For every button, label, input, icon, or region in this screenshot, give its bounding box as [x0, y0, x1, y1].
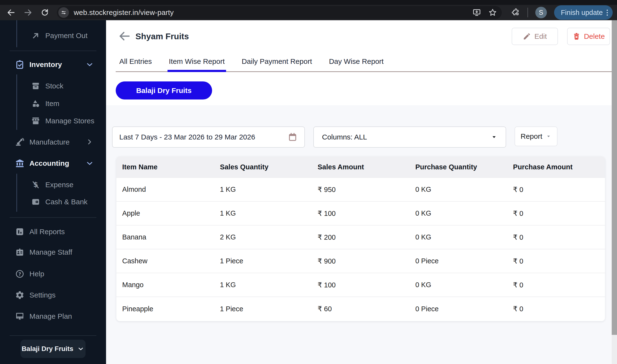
- id-badge-icon: [14, 247, 25, 258]
- storefront-icon: [30, 116, 41, 126]
- party-tag-label: Balaji Dry Fruits: [136, 87, 192, 95]
- report-tabs: All Entries Item Wise Report Daily Payme…: [116, 56, 612, 72]
- sidebar-divider: [10, 335, 96, 336]
- site-settings-button[interactable]: [58, 7, 69, 18]
- sidebar-item-cash-bank[interactable]: Cash & Bank: [0, 191, 106, 212]
- sidebar-item-label: Manage Plan: [29, 312, 72, 320]
- toolbar-right-group: S Finish update: [502, 5, 613, 20]
- toolbar-divider: [527, 8, 528, 17]
- sales-amount-cell: ₹ 950: [312, 178, 409, 201]
- report-export-button[interactable]: Report: [514, 127, 557, 146]
- sidebar-item-label: Manage Staff: [29, 248, 72, 256]
- tab-day-wise-report[interactable]: Day Wise Report: [328, 56, 384, 71]
- browser-tabstrip: [0, 0, 617, 5]
- sales-amount-cell: ₹ 900: [312, 249, 409, 273]
- purchase-amount-cell: ₹ 0: [507, 273, 605, 297]
- purchase-qty-cell: 0 KG: [409, 178, 507, 201]
- sidebar-item-payment-out[interactable]: Payment Out: [0, 25, 106, 46]
- date-range-picker[interactable]: Last 7 Days - 23 Mar 2026 to 29 Mar 2026: [112, 127, 305, 148]
- tab-item-wise-report[interactable]: Item Wise Report: [169, 56, 225, 71]
- forward-arrow-icon: [23, 8, 33, 17]
- browser-toolbar: web.stockregister.in/view-party: [0, 5, 617, 20]
- sales-qty-cell: 1 Piece: [214, 297, 312, 321]
- table-header-row: Item Name Sales Quantity Sales Amount Pu…: [117, 156, 605, 178]
- item-name-cell: Cashew: [117, 249, 214, 273]
- sidebar-divider: [10, 51, 96, 51]
- sidebar-item-label: Help: [29, 270, 44, 278]
- sidebar-item-manage-staff[interactable]: Manage Staff: [0, 242, 106, 263]
- sidebar-item-inventory[interactable]: Inventory: [0, 54, 106, 75]
- svg-text:?: ?: [18, 271, 21, 277]
- membership-card-icon: [14, 311, 25, 322]
- delete-button-label: Delete: [584, 32, 605, 40]
- browser-forward-button[interactable]: [23, 8, 33, 17]
- page-scrollbar: [612, 20, 617, 364]
- back-arrow-icon: [7, 8, 16, 17]
- column-header: Sales Quantity: [214, 156, 312, 178]
- address-bar[interactable]: web.stockregister.in/view-party: [57, 6, 502, 19]
- sidebar-item-accounting[interactable]: Accounting: [0, 153, 106, 174]
- star-icon: [488, 8, 497, 17]
- sidebar-item-settings[interactable]: Settings: [0, 285, 106, 306]
- tab-daily-payment-report[interactable]: Daily Payment Report: [241, 56, 313, 71]
- item-name-cell: Banana: [117, 225, 214, 249]
- browser-back-button[interactable]: [6, 8, 16, 17]
- dropdown-arrow-icon: [491, 134, 498, 141]
- browser-chrome: web.stockregister.in/view-party: [0, 0, 617, 20]
- sales-amount-cell: ₹ 60: [312, 297, 409, 321]
- browser-menu-icon[interactable]: [607, 10, 608, 16]
- sidebar-item-help[interactable]: ? Help: [0, 263, 106, 285]
- store-switcher-button[interactable]: Balaji Dry Fruits: [21, 340, 86, 358]
- chevron-down-icon: [85, 159, 94, 168]
- sidebar-item-all-reports[interactable]: All Reports: [0, 221, 106, 242]
- sidebar-item-label: Payment Out: [45, 32, 88, 40]
- purchase-amount-cell: ₹ 0: [507, 297, 605, 321]
- purchase-amount-cell: ₹ 0: [507, 249, 605, 273]
- finish-update-button[interactable]: Finish update: [554, 5, 613, 20]
- browser-window: web.stockregister.in/view-party: [0, 0, 617, 364]
- sidebar-item-manufacture[interactable]: Manufacture: [0, 131, 106, 153]
- calendar-icon: [288, 132, 298, 142]
- sidebar-item-label: Manage Stores: [45, 117, 94, 125]
- page-back-button[interactable]: [118, 30, 131, 42]
- extensions-button[interactable]: [511, 8, 520, 17]
- trash-icon: [572, 32, 581, 40]
- sidebar-item-manage-plan[interactable]: Manage Plan: [0, 306, 106, 327]
- sales-qty-cell: 1 KG: [214, 201, 312, 225]
- report-section: Last 7 Days - 23 Mar 2026 to 29 Mar 2026…: [106, 105, 617, 364]
- column-header: Item Name: [117, 156, 214, 178]
- purchase-amount-cell: ₹ 0: [507, 178, 605, 201]
- edit-button[interactable]: Edit: [512, 28, 558, 45]
- scrollbar-thumb[interactable]: [612, 20, 617, 335]
- tab-all-entries[interactable]: All Entries: [119, 56, 152, 71]
- columns-dropdown[interactable]: Columns: ALL: [313, 127, 506, 148]
- table-row: Banana 2 KG ₹ 200 0 KG ₹ 0: [117, 225, 605, 249]
- finish-update-label: Finish update: [561, 9, 603, 17]
- browser-reload-button[interactable]: [40, 8, 50, 17]
- sales-qty-cell: 1 KG: [214, 178, 312, 201]
- sidebar-item-manage-stores[interactable]: Manage Stores: [0, 110, 106, 131]
- sidebar: Payment Out Inventory: [0, 20, 106, 364]
- item-wise-report-table: Item Name Sales Quantity Sales Amount Pu…: [117, 156, 605, 321]
- shapes-icon: [30, 98, 41, 109]
- party-tag-button[interactable]: Balaji Dry Fruits: [116, 81, 212, 100]
- table-row: Cashew 1 Piece ₹ 900 0 Piece ₹ 0: [117, 249, 605, 273]
- stock-box-icon: [30, 81, 41, 91]
- delete-button[interactable]: Delete: [567, 28, 610, 45]
- app-body: Payment Out Inventory: [0, 20, 617, 364]
- wallet-icon: [30, 196, 41, 207]
- purchase-qty-cell: 0 KG: [409, 273, 507, 297]
- sales-qty-cell: 1 KG: [214, 273, 312, 297]
- sidebar-divider: [10, 217, 96, 218]
- sidebar-item-label: Item: [45, 100, 59, 108]
- sidebar-item-label: Expense: [45, 181, 74, 189]
- profile-avatar[interactable]: S: [535, 7, 547, 18]
- arrow-up-right-icon: [30, 30, 41, 41]
- sidebar-item-label: Settings: [29, 291, 55, 299]
- puzzle-icon: [511, 8, 520, 17]
- sidebar-item-label: All Reports: [29, 228, 65, 236]
- url-text[interactable]: web.stockregister.in/view-party: [74, 8, 174, 17]
- install-app-button[interactable]: [472, 8, 482, 17]
- sales-amount-cell: ₹ 200: [312, 225, 409, 249]
- bookmark-button[interactable]: [488, 8, 498, 17]
